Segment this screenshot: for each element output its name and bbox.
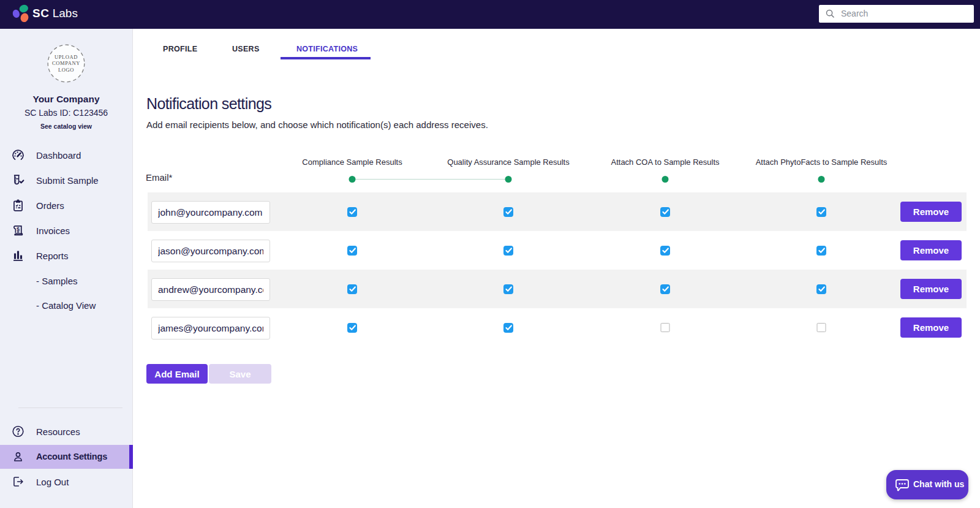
svg-text:$: $: [17, 226, 20, 232]
